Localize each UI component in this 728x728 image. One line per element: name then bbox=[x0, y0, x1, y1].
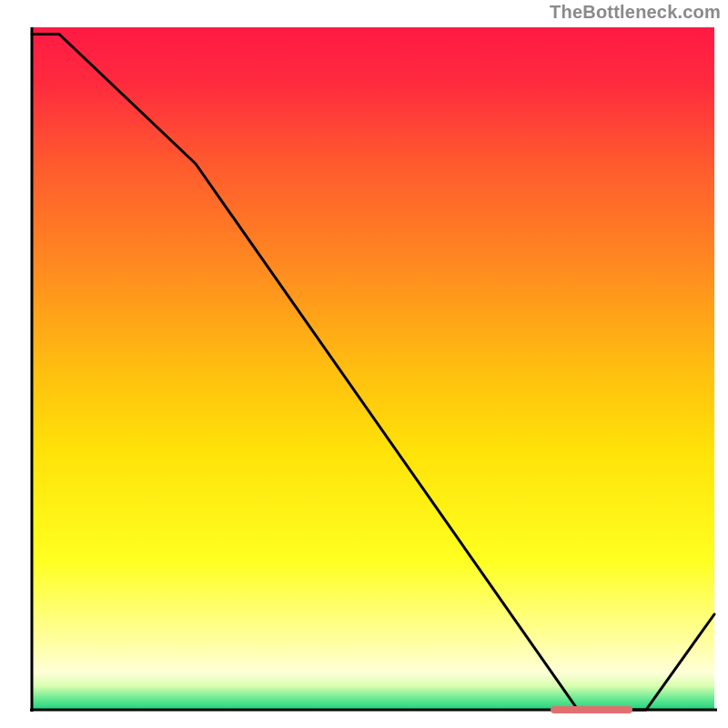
optimal-range-marker bbox=[551, 706, 632, 713]
chart-container: TheBottleneck.com bbox=[0, 0, 728, 728]
plot-background bbox=[32, 27, 714, 710]
chart-svg bbox=[0, 0, 728, 728]
